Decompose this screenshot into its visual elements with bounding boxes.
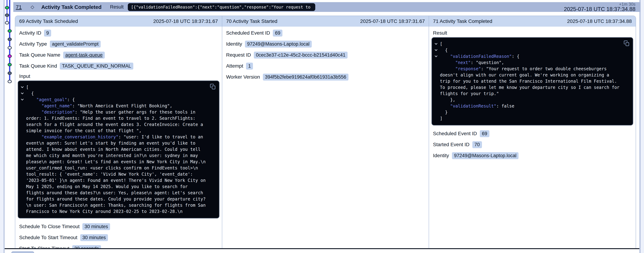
panel-activity-task-scheduled: 69 Activity Task Scheduled 2025-07-18 UT… xyxy=(15,16,222,248)
field-row: Scheduled Event ID 69 xyxy=(433,130,632,137)
field-label: Worker Version xyxy=(226,74,260,80)
completed-fields: Scheduled Event ID 69 Started Event ID 7… xyxy=(433,130,632,159)
field-label: Attempt xyxy=(226,63,243,69)
field-row: Started Event ID 70 xyxy=(433,141,632,148)
caret-gutter xyxy=(434,115,440,122)
field-value-badge: 97249@Masons-Laptop.local xyxy=(452,152,519,159)
caret-gutter xyxy=(20,134,26,140)
field-label: Scheduled Event ID xyxy=(433,131,477,136)
field-row: Activity ID 9 xyxy=(19,29,218,36)
timeout-fields: Schedule To Close Timeout 30 minutes Sch… xyxy=(19,223,218,249)
panel-timestamp: 2025-07-18 UTC 18:37:34.88 xyxy=(567,18,632,24)
timeline-branch-line xyxy=(6,0,8,23)
elapsed-time: +1m 30s xyxy=(564,2,636,6)
field-value-badge: agent_validatePrompt xyxy=(50,41,101,47)
page-right-margin xyxy=(641,0,644,253)
caret-gutter xyxy=(434,84,440,91)
caret-gutter xyxy=(20,184,26,190)
field-row: Task Queue Kind TASK_QUEUE_KIND_NORMAL xyxy=(19,62,218,69)
collapse-caret-icon[interactable] xyxy=(20,84,26,90)
caret-gutter xyxy=(20,159,26,165)
caret-gutter xyxy=(434,60,440,66)
field-row: Activity Type agent_validatePrompt xyxy=(19,40,218,47)
field-label: Request ID xyxy=(226,52,251,58)
panel-activity-task-completed: 71 Activity Task Completed 2025-07-18 UT… xyxy=(429,16,636,248)
caret-gutter xyxy=(20,209,26,215)
field-row: Schedule To Close Timeout 30 minutes xyxy=(19,223,218,230)
result-preview-pill[interactable]: [{"validationFailedReason":{"next":"ques… xyxy=(128,3,315,11)
field-label: Scheduled Event ID xyxy=(226,30,270,36)
timeline-dot-white[interactable] xyxy=(8,80,12,83)
field-row: Worker Version 394f5b2febe919624af0b6193… xyxy=(226,73,425,81)
field-label: Identity xyxy=(433,153,449,158)
caret-gutter xyxy=(20,196,26,202)
caret-gutter xyxy=(20,202,26,209)
field-row: Task Queue Name agent-task-queue xyxy=(19,51,218,58)
panel-title: 70 Activity Task Started xyxy=(226,18,278,24)
panel-header: 71 Activity Task Completed 2025-07-18 UT… xyxy=(429,16,636,27)
caret-gutter xyxy=(20,165,26,171)
next-row-area xyxy=(4,249,640,253)
panel-title: 69 Activity Task Scheduled xyxy=(19,18,78,24)
result-label: Result xyxy=(110,4,124,10)
collapse-caret-icon[interactable] xyxy=(20,90,26,97)
field-value-badge[interactable]: agent-task-queue xyxy=(63,52,105,58)
next-row-partial[interactable] xyxy=(11,252,34,253)
table-right-border xyxy=(640,0,641,253)
caret-gutter xyxy=(434,91,440,97)
caret-gutter xyxy=(20,115,26,122)
field-value-badge: TASK_QUEUE_KIND_NORMAL xyxy=(60,63,133,69)
input-code-block: [ { "agent_goal": { "agent_name": "North… xyxy=(18,81,220,218)
caret-gutter xyxy=(20,177,26,184)
caret-gutter xyxy=(20,128,26,134)
timeline-dot-gray[interactable] xyxy=(8,38,12,41)
event-row-71[interactable]: 71 ◇ Activity Task Completed Result [{"v… xyxy=(13,2,640,12)
field-label: Task Queue Kind xyxy=(19,63,57,69)
field-value-badge: 30 minutes xyxy=(82,223,110,230)
panel-body: Activity ID 9 Activity Type agent_valida… xyxy=(15,27,222,249)
workflow-event-history-view: 71 ◇ Activity Task Completed Result [{"v… xyxy=(0,0,644,253)
panel-title: 71 Activity Task Completed xyxy=(433,18,492,24)
timeline-dot-green[interactable] xyxy=(5,6,9,9)
field-label: Activity Type xyxy=(19,41,47,47)
result-code-block: [ { "validationFailedReason": { "next": … xyxy=(432,37,633,125)
panel-timestamp: 2025-07-18 UTC 18:37:31.67 xyxy=(360,18,425,24)
timeline-dot-white[interactable] xyxy=(8,46,12,49)
copy-icon[interactable] xyxy=(624,40,630,47)
collapse-caret-icon[interactable] xyxy=(434,53,440,60)
field-value-badge: 30 minutes xyxy=(80,234,108,241)
field-value-badge: 394f5b2febe919624af0b61931a3b556 xyxy=(263,74,348,81)
field-row: Schedule To Start Timeout 30 minutes xyxy=(19,234,218,241)
timeline-dot-gray[interactable] xyxy=(8,71,12,75)
caret-gutter xyxy=(434,103,440,109)
caret-gutter xyxy=(20,171,26,177)
field-label: Schedule To Start Timeout xyxy=(19,235,78,241)
caret-gutter xyxy=(434,97,440,103)
field-value-badge: 9 xyxy=(44,30,51,36)
field-row: Identity 97249@Masons-Laptop.local xyxy=(433,152,632,159)
caret-gutter xyxy=(20,140,26,146)
page-left-margin xyxy=(0,0,4,253)
timeline-dot-white[interactable] xyxy=(5,21,9,24)
panel-activity-task-started: 70 Activity Task Started 2025-07-18 UTC … xyxy=(222,16,429,248)
timeline-dot-green[interactable] xyxy=(8,63,12,66)
collapse-caret-icon[interactable] xyxy=(434,41,440,47)
json-code: [ { "validationFailedReason": { "next": … xyxy=(434,41,630,122)
copy-icon[interactable] xyxy=(210,84,216,90)
field-row: Identity 97249@Masons-Laptop.local xyxy=(226,40,425,47)
field-value-badge: 69 xyxy=(273,30,282,36)
field-value-badge: 97249@Masons-Laptop.local xyxy=(245,41,312,47)
collapse-caret-icon[interactable] xyxy=(434,47,440,53)
panel-body: Scheduled Event ID 69 Identity 97249@Mas… xyxy=(222,27,429,81)
caret-gutter xyxy=(20,190,26,196)
json-code: [ { "agent_goal": { "agent_name": "North… xyxy=(20,84,216,215)
timeline-dot-gray[interactable] xyxy=(5,13,9,17)
collapse-caret-icon[interactable] xyxy=(20,97,26,103)
field-row: Scheduled Event ID 69 xyxy=(226,29,425,36)
timeline-dot-green[interactable] xyxy=(8,29,12,33)
result-label: Result xyxy=(433,30,632,35)
caret-gutter xyxy=(20,103,26,109)
field-value-badge: 0cec3e37-c12e-45c2-bccc-b21541d40c41 xyxy=(254,52,348,58)
event-id-link[interactable]: 71 xyxy=(16,4,22,10)
input-label: Input xyxy=(19,73,218,79)
